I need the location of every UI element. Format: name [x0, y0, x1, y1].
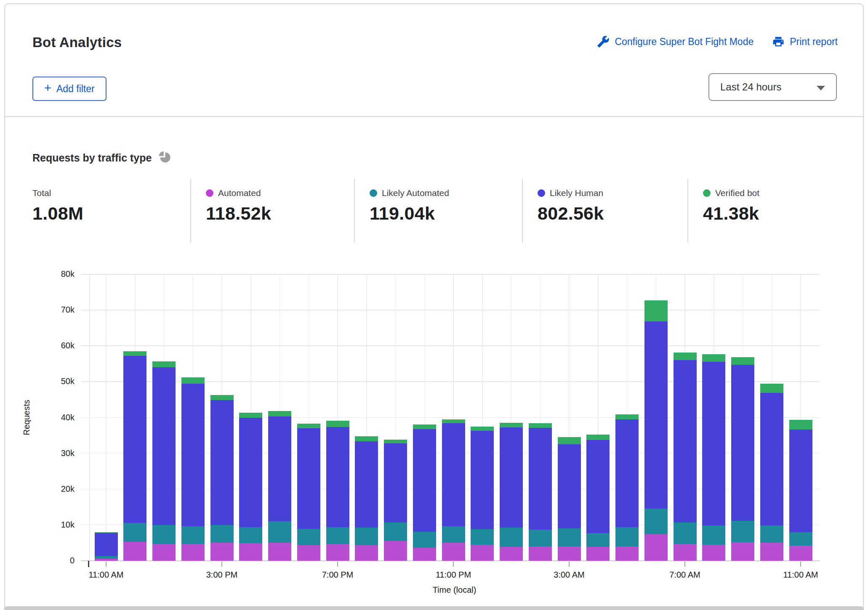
x-tick — [800, 562, 801, 567]
bar-segment-automated — [644, 534, 668, 561]
stat-divider — [522, 179, 523, 243]
stat-divider — [687, 179, 688, 243]
bar-hour-14[interactable] — [500, 423, 523, 561]
bar-segment-likely-automated — [297, 529, 320, 545]
bar-hour-8[interactable] — [326, 421, 349, 561]
bar-segment-verified-bot — [152, 361, 176, 368]
stat-likely-automated-value: 119.04k — [370, 203, 449, 224]
y-axis-title: Requests — [3, 274, 50, 561]
bar-hour-22[interactable] — [731, 357, 754, 561]
bar-segment-verified-bot — [123, 351, 146, 356]
bar-hour-4[interactable] — [210, 395, 234, 561]
x-tick — [106, 562, 107, 567]
bar-hour-18[interactable] — [615, 414, 639, 561]
bar-hour-15[interactable] — [529, 423, 552, 561]
stat-automated-value: 118.52k — [206, 203, 271, 224]
bar-segment-likely-human — [789, 430, 812, 533]
bar-segment-verified-bot — [674, 353, 697, 360]
configure-super-bot-fight-mode-link[interactable]: Configure Super Bot Fight Mode — [597, 35, 754, 48]
next-card-top-edge — [4, 606, 864, 610]
requests-stacked-bar-chart: Requests Time (local) 010k20k30k40k50k60… — [89, 274, 820, 561]
header-links: Configure Super Bot Fight Mode Print rep… — [597, 35, 838, 48]
bar-segment-automated — [95, 559, 118, 561]
stat-total[interactable]: Total 1.08M — [32, 188, 83, 224]
bar-hour-6[interactable] — [268, 411, 291, 561]
bar-segment-automated — [413, 548, 436, 561]
stat-divider — [354, 179, 355, 243]
bar-hour-11[interactable] — [413, 424, 436, 561]
bar-segment-verified-bot — [644, 300, 668, 321]
bar-hour-1[interactable] — [123, 351, 146, 561]
printer-icon — [772, 35, 785, 48]
y-tick-label: 30k — [47, 448, 75, 458]
x-tick — [569, 562, 570, 567]
bar-hour-17[interactable] — [586, 435, 610, 561]
stat-likely-automated[interactable]: Likely Automated 119.04k — [370, 188, 449, 224]
bar-segment-likely-human — [95, 533, 118, 556]
bar-hour-7[interactable] — [297, 424, 320, 561]
bar-segment-automated — [210, 543, 234, 561]
bar-segment-likely-human — [644, 321, 668, 508]
bar-hour-5[interactable] — [239, 413, 262, 561]
bar-hour-3[interactable] — [181, 377, 205, 561]
bar-segment-automated — [123, 542, 146, 561]
bar-segment-likely-automated — [789, 532, 812, 546]
bar-segment-verified-bot — [702, 354, 725, 362]
bar-segment-likely-automated — [702, 525, 725, 545]
x-axis-origin-tick — [88, 561, 89, 567]
likely-human-legend-dot — [538, 189, 545, 197]
bar-segment-automated — [674, 544, 697, 561]
bar-segment-likely-human — [210, 400, 234, 525]
bar-segment-likely-human — [760, 393, 783, 525]
bar-hour-23[interactable] — [760, 384, 783, 561]
y-tick-label: 0 — [47, 556, 75, 565]
bar-segment-automated — [615, 546, 639, 561]
bar-hour-12[interactable] — [442, 419, 465, 561]
bar-segment-verified-bot — [210, 395, 234, 400]
bar-segment-likely-automated — [615, 527, 639, 546]
bar-segment-likely-human — [239, 418, 262, 528]
y-tick-label: 10k — [47, 520, 75, 530]
bar-segment-verified-bot — [181, 377, 205, 384]
bar-hour-19[interactable] — [644, 300, 668, 561]
section-title-row: Requests by traffic type — [32, 151, 171, 165]
bar-hour-10[interactable] — [384, 440, 407, 561]
y-tick-label: 40k — [47, 413, 75, 422]
bar-segment-verified-bot — [789, 420, 812, 430]
bar-segment-likely-human — [731, 365, 754, 521]
bar-hour-21[interactable] — [702, 354, 725, 561]
bar-segment-verified-bot — [731, 357, 754, 365]
bar-segment-likely-automated — [152, 525, 176, 544]
bar-segment-verified-bot — [442, 419, 465, 423]
bar-segment-likely-human — [529, 428, 552, 530]
bar-segment-verified-bot — [326, 421, 349, 427]
bar-hour-16[interactable] — [558, 437, 581, 561]
print-report-link[interactable]: Print report — [772, 35, 838, 48]
bar-segment-verified-bot — [586, 435, 610, 440]
bar-hour-13[interactable] — [471, 427, 494, 561]
y-tick-label: 70k — [47, 305, 75, 315]
x-tick-label: 3:00 PM — [192, 570, 251, 580]
bar-segment-likely-automated — [181, 526, 205, 544]
x-tick — [684, 562, 685, 567]
time-range-select[interactable]: Last 24 hours — [708, 73, 837, 101]
bar-segment-likely-automated — [384, 522, 407, 541]
add-filter-button[interactable]: + Add filter — [32, 77, 107, 101]
bar-hour-2[interactable] — [152, 361, 176, 561]
stat-likely-human[interactable]: Likely Human 802.56k — [538, 188, 604, 224]
bar-segment-likely-human — [355, 441, 378, 528]
bar-hour-9[interactable] — [355, 436, 378, 561]
bar-hour-20[interactable] — [674, 353, 697, 561]
stat-verified-bot[interactable]: Verified bot 41.38k — [703, 188, 759, 224]
stat-automated[interactable]: Automated 118.52k — [206, 188, 271, 224]
card-header: Bot Analytics Configure Super Bot Fight … — [5, 4, 863, 117]
bar-segment-automated — [297, 545, 320, 561]
bar-segment-likely-human — [413, 429, 436, 532]
bar-segment-likely-automated — [239, 527, 262, 543]
bar-hour-0[interactable] — [95, 532, 118, 561]
x-tick — [453, 562, 454, 567]
bar-segment-verified-bot — [558, 437, 581, 444]
bar-segment-verified-bot — [355, 436, 378, 441]
bar-hour-24[interactable] — [789, 420, 812, 561]
bar-segment-automated — [558, 546, 581, 561]
